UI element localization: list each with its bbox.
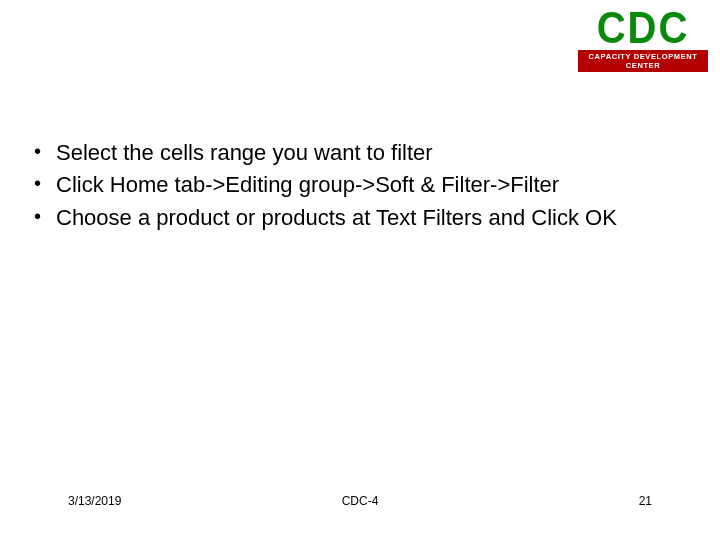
footer-date: 3/13/2019: [68, 494, 121, 508]
slide-footer: 3/13/2019 CDC-4 21: [0, 494, 720, 508]
logo-subtitle: CAPACITY DEVELOPMENT CENTER: [578, 50, 708, 72]
list-item: Choose a product or products at Text Fil…: [28, 203, 692, 233]
logo-main-text: CDC: [578, 6, 708, 50]
list-item: Click Home tab->Editing group->Soft & Fi…: [28, 170, 692, 200]
list-item: Select the cells range you want to filte…: [28, 138, 692, 168]
slide-content: Select the cells range you want to filte…: [28, 138, 692, 235]
footer-page-number: 21: [639, 494, 652, 508]
footer-center: CDC-4: [342, 494, 379, 508]
cdc-logo: CDC CAPACITY DEVELOPMENT CENTER: [578, 8, 708, 72]
instruction-list: Select the cells range you want to filte…: [28, 138, 692, 233]
